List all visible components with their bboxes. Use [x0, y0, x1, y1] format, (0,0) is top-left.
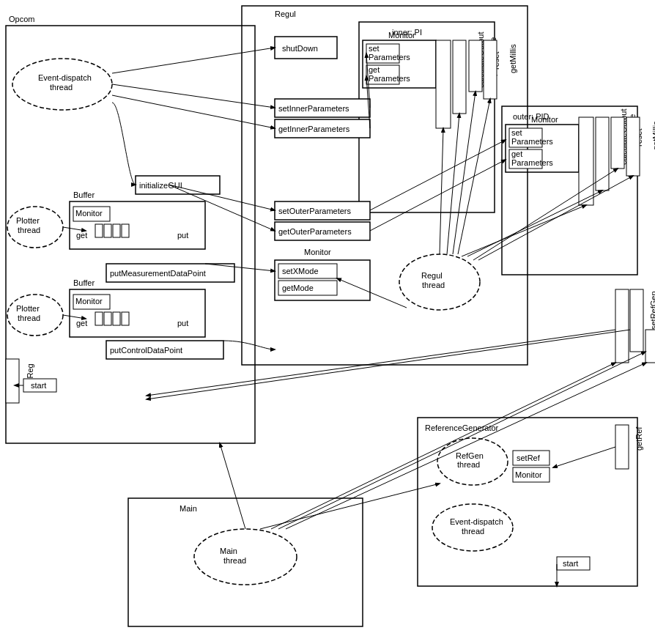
svg-rect-13 — [113, 224, 120, 237]
plotter-thread2-label: Plotter — [16, 304, 40, 313]
svg-line-69 — [447, 114, 459, 254]
svg-rect-50 — [6, 359, 19, 403]
set-ref-label: setRef — [517, 454, 541, 462]
regul-label: Regul — [275, 10, 296, 18]
get-params-outer2: Parameters — [511, 158, 553, 167]
regul-thread-label: Regul — [421, 271, 443, 280]
shutdown-label: shutDown — [282, 44, 318, 53]
svg-rect-55 — [615, 425, 629, 469]
main-thread-label2: thread — [223, 556, 246, 565]
plotter-thread1-label2: thread — [18, 226, 40, 234]
put2-label: put — [177, 319, 188, 327]
plotter-thread2-label2: thread — [18, 314, 40, 322]
svg-line-68 — [440, 128, 443, 254]
svg-line-71 — [458, 99, 490, 254]
set-params-inner: set — [369, 44, 380, 53]
get-ref-label: getRef — [634, 426, 643, 451]
get-params-outer: get — [511, 149, 522, 158]
svg-line-64 — [169, 185, 275, 210]
set-inner-params-label: setInnerParameters — [278, 104, 349, 113]
get-inner-params-label: getInnerParameters — [278, 125, 350, 133]
set-params-outer: set — [511, 128, 522, 137]
refgen-thread-label: RefGen — [456, 451, 484, 460]
event-dispatch-thread-label2: thread — [50, 83, 73, 92]
set-ref-gen-label: setRefGen — [649, 291, 655, 330]
svg-line-60 — [112, 84, 275, 108]
svg-line-59 — [112, 48, 275, 73]
get-millis-outer: getMillis — [651, 121, 655, 150]
svg-line-88 — [63, 227, 86, 231]
buffer2-label: Buffer — [73, 278, 95, 287]
initialize-gui-label: initializeGUI — [139, 181, 182, 190]
refgen-thread-label2: thread — [457, 460, 480, 469]
set-outer-params-label: setOuterParameters — [278, 207, 352, 215]
svg-rect-19 — [113, 312, 120, 325]
set-params-outer2: Parameters — [511, 137, 553, 146]
svg-line-80 — [271, 363, 615, 529]
svg-line-66 — [370, 140, 506, 210]
monitor-refgen-label: Monitor — [515, 470, 542, 479]
setxmode-label: setXMode — [282, 267, 319, 275]
monitor-outer-label: Monitor — [531, 115, 558, 124]
svg-line-79 — [260, 484, 440, 529]
svg-line-73 — [467, 190, 602, 256]
plotter-thread1-label: Plotter — [16, 216, 40, 225]
regul-thread-label2: thread — [422, 281, 445, 289]
svg-line-83 — [147, 330, 615, 396]
svg-line-70 — [453, 92, 475, 254]
svg-rect-49 — [645, 330, 655, 363]
buffer1-label: Buffer — [73, 190, 95, 199]
main-label: Main — [180, 504, 197, 513]
svg-rect-38 — [484, 40, 497, 99]
event-dispatch-thread-label: Event-dispatch — [38, 73, 92, 82]
monitor-inner-label: Monitor — [388, 31, 415, 40]
svg-rect-36 — [453, 40, 466, 114]
get-params-inner2: Parameters — [369, 74, 410, 83]
svg-rect-47 — [615, 289, 629, 363]
svg-line-81 — [278, 352, 645, 529]
svg-line-61 — [112, 95, 275, 128]
diagram-container: Opcom Regul inner: PI outer: PID Referen… — [0, 0, 655, 644]
svg-rect-11 — [95, 224, 103, 237]
main-thread-label: Main — [220, 547, 237, 555]
svg-line-89 — [63, 315, 86, 319]
getmode-label: getMode — [282, 284, 314, 292]
svg-rect-17 — [95, 312, 103, 325]
get1-label: get — [76, 231, 87, 240]
svg-rect-44 — [596, 117, 609, 190]
start-left-label: start — [31, 381, 46, 390]
monitor-buffer1-label: Monitor — [75, 209, 103, 218]
svg-line-86 — [553, 447, 615, 467]
event-dispatch2-label2: thread — [462, 527, 484, 536]
svg-line-67 — [370, 160, 506, 231]
svg-rect-45 — [611, 117, 624, 169]
svg-rect-35 — [436, 40, 451, 128]
get2-label: get — [76, 319, 87, 327]
svg-line-77 — [337, 278, 407, 308]
svg-rect-20 — [122, 312, 129, 325]
svg-rect-48 — [630, 289, 643, 352]
svg-rect-12 — [104, 224, 111, 237]
svg-rect-14 — [122, 224, 129, 237]
svg-rect-37 — [469, 40, 482, 92]
monitor-buffer2-label: Monitor — [75, 297, 103, 306]
opcom-label: Opcom — [9, 15, 34, 23]
get-millis-inner: getMillis — [508, 44, 517, 73]
svg-rect-46 — [626, 117, 640, 176]
start-refgen-label: start — [563, 559, 578, 568]
event-dispatch2-label: Event-dispatch — [450, 517, 503, 526]
set-params-inner2: Parameters — [369, 53, 410, 62]
svg-line-65 — [169, 185, 275, 231]
svg-line-78 — [220, 443, 245, 529]
monitor-setxmode-label: Monitor — [304, 248, 331, 256]
svg-rect-4 — [418, 418, 637, 586]
get-outer-params-label: getOuterParameters — [278, 227, 352, 236]
put-measurement-label: putMeasurementDataPoint — [110, 269, 206, 278]
architecture-diagram: Opcom Regul inner: PI outer: PID Referen… — [0, 0, 655, 644]
put1-label: put — [177, 231, 188, 240]
svg-rect-18 — [104, 312, 111, 325]
get-params-inner: get — [369, 65, 380, 74]
put-control-label: putControlDataPoint — [110, 346, 182, 355]
